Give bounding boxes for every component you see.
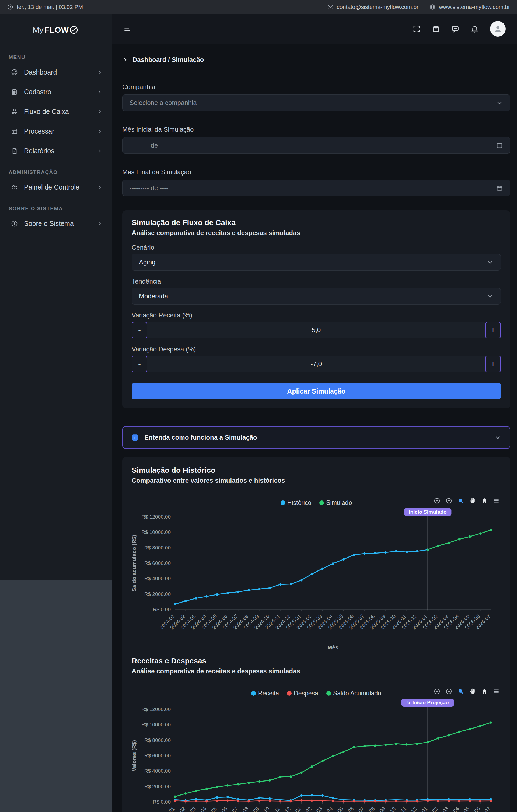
expense-decrement-button[interactable]: - (132, 356, 147, 372)
topbar-website: www.sistema-myflow.com.br (429, 4, 510, 10)
scenario-label: Cenário (132, 244, 501, 251)
avatar[interactable] (490, 21, 506, 37)
menu-icon[interactable] (493, 497, 500, 504)
legend-label: Simulado (326, 499, 352, 506)
expense-increment-button[interactable]: + (485, 356, 501, 372)
topbar: ter., 13 de mai. | 03:02 PM contato@sist… (0, 0, 517, 14)
company-label: Companhia (122, 83, 510, 91)
sidebar-toggle-icon[interactable] (123, 25, 132, 33)
topbar-email-text: contato@sistema-myflow.com.br (337, 4, 419, 10)
apps-box-icon[interactable] (432, 25, 440, 33)
chart-historico-canvas[interactable]: R$ 0.00R$ 2000.00R$ 4000.00R$ 6000.00R$ … (132, 508, 501, 631)
chart-historico-title: Simulação do Histórico (132, 466, 501, 475)
simulation-card: Simulação de Fluxo de Caixa Análise comp… (122, 210, 510, 408)
simulation-help-accordion[interactable]: Entenda como funciona a Simulação (122, 426, 510, 449)
svg-text:R$ 12000.00: R$ 12000.00 (141, 514, 171, 520)
legend-marker (287, 691, 292, 696)
legend-item[interactable]: Receita (251, 690, 279, 697)
menu-icon[interactable] (493, 688, 500, 695)
info-banner-title: Entenda como funciona a Simulação (144, 434, 257, 441)
svg-text:Valores (R$): Valores (R$) (132, 740, 137, 771)
legend-label: Receita (258, 690, 279, 697)
fullscreen-icon[interactable] (412, 25, 421, 33)
end-month-input[interactable]: --------- de ---- (122, 180, 510, 196)
sidebar-item-relatorios[interactable]: Relatórios (0, 141, 112, 161)
topbar-datetime: ter., 13 de mai. | 03:02 PM (7, 4, 83, 10)
zoom-out-icon[interactable] (446, 688, 452, 695)
simulation-card-title: Simulação de Fluxo de Caixa (132, 219, 501, 227)
chevron-right-icon (97, 89, 103, 95)
logo-swirl-icon (68, 25, 79, 35)
end-month-value: --------- de ---- (130, 184, 168, 192)
pan-icon[interactable] (469, 688, 476, 695)
zoom-in-icon[interactable] (433, 497, 440, 504)
trend-select[interactable]: Moderada (132, 288, 501, 304)
start-month-input[interactable]: --------- de ---- (122, 137, 510, 154)
legend-item[interactable]: Despesa (287, 690, 318, 697)
chat-icon[interactable] (451, 25, 459, 33)
chart-historico-header: HistóricoSimulado (132, 492, 501, 508)
svg-text:R$ 4000.00: R$ 4000.00 (144, 768, 171, 774)
chevron-down-icon (496, 99, 503, 106)
calendar-icon[interactable] (496, 184, 503, 192)
expense-variation-value[interactable]: -7,0 (147, 356, 485, 372)
revenue-increment-button[interactable]: + (485, 322, 501, 339)
chart-receitas-subtitle: Análise comparativa de receitas e despes… (132, 667, 501, 675)
legend-marker (251, 691, 256, 696)
info-icon (11, 220, 18, 227)
sidebar-item-label: Sobre o Sistema (24, 220, 74, 228)
breadcrumb: Dashboard / Simulação (122, 56, 510, 63)
pan-icon[interactable] (469, 497, 476, 504)
chevron-down-icon (487, 293, 494, 300)
sidebar-item-fluxo-de-caixa[interactable]: Fluxo de Caixa (0, 102, 112, 121)
end-month-label: Mês Final da Simulação (122, 168, 510, 176)
sidebar-item-painel-de-controle[interactable]: Painel de Controle (0, 177, 112, 197)
sidebar-item-sobre-o-sistema[interactable]: Sobre o Sistema (0, 214, 112, 233)
zoom-in-icon[interactable] (433, 688, 440, 695)
breadcrumb-path: Dashboard / Simulação (133, 56, 204, 63)
logo-prefix: My (33, 25, 44, 34)
sidebar-section-administracao: ADMINISTRAÇÃO (0, 169, 112, 175)
calendar-icon[interactable] (496, 142, 503, 149)
legend-item[interactable]: Histórico (281, 499, 311, 506)
legend-item[interactable]: Simulado (319, 499, 352, 506)
revenue-variation-label: Variação Receita (%) (132, 312, 501, 319)
selection-zoom-icon[interactable] (457, 497, 464, 504)
scenario-value: Aging (139, 258, 155, 266)
scenario-select[interactable]: Aging (132, 254, 501, 270)
svg-text:2024-01: 2024-01 (159, 806, 176, 812)
topbar-datetime-text: ter., 13 de mai. | 03:02 PM (17, 4, 83, 10)
chevron-right-icon (122, 57, 128, 63)
legend-item[interactable]: Saldo Acumulado (326, 690, 381, 697)
zoom-out-icon[interactable] (446, 497, 452, 504)
home-icon[interactable] (481, 497, 488, 504)
start-month-label: Mês Inicial da Simulação (122, 126, 510, 133)
sidebar-section-sobre: SOBRE O SISTEMA (0, 206, 112, 212)
svg-text:Início Simulado: Início Simulado (409, 509, 447, 515)
app-logo[interactable]: My FLOW (0, 14, 112, 46)
apply-simulation-button[interactable]: Aplicar Simulação (132, 383, 501, 399)
revenue-decrement-button[interactable]: - (132, 322, 147, 339)
svg-text:R$ 6000.00: R$ 6000.00 (144, 560, 171, 566)
revenue-variation-value[interactable]: 5,0 (147, 322, 485, 339)
selection-zoom-icon[interactable] (457, 688, 464, 695)
chart-receitas-canvas[interactable]: R$ 0.00R$ 2000.00R$ 4000.00R$ 6000.00R$ … (132, 698, 501, 812)
home-icon[interactable] (481, 688, 488, 695)
sidebar-item-cadastro[interactable]: Cadastro (0, 82, 112, 102)
sidebar-item-dashboard[interactable]: Dashboard (0, 62, 112, 82)
bell-icon[interactable] (471, 25, 479, 33)
sidebar-item-processar[interactable]: Processar (0, 121, 112, 141)
svg-text:R$ 0.00: R$ 0.00 (153, 799, 171, 805)
legend-marker (281, 500, 285, 505)
svg-text:R$ 8000.00: R$ 8000.00 (144, 737, 171, 743)
chevron-right-icon (97, 109, 103, 115)
chevron-right-icon (97, 69, 103, 76)
company-select[interactable]: Selecione a companhia (122, 94, 510, 111)
report-icon (11, 147, 18, 154)
svg-text:R$ 12000.00: R$ 12000.00 (141, 706, 171, 712)
chart-receitas-header: ReceitaDespesaSaldo Acumulado (132, 683, 501, 698)
chart-historico-subtitle: Comparativo entre valores simulados e hi… (132, 477, 501, 484)
mail-icon (327, 4, 334, 10)
sidebar-item-label: Cadastro (24, 88, 51, 96)
chevron-down-icon (487, 259, 494, 266)
